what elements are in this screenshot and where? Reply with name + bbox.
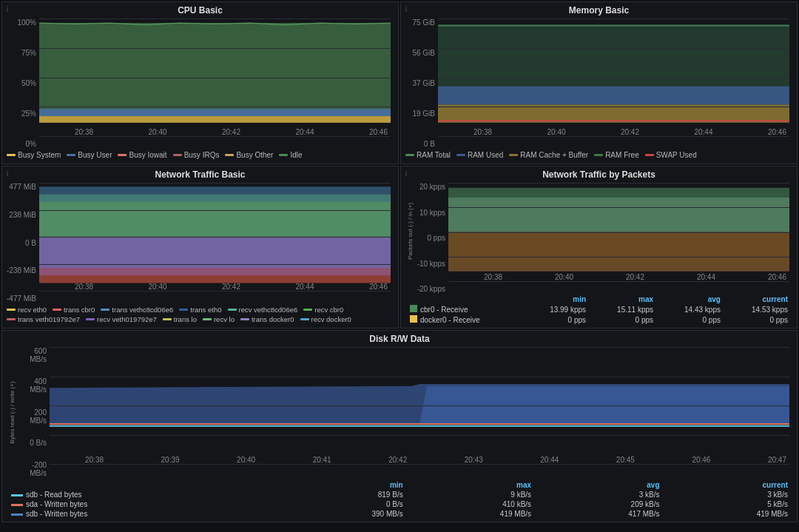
packets-xaxis: 20:38 20:40 20:42 20:44 20:46 [481,273,789,281]
memory-xaxis: 20:38 20:40 20:42 20:44 20:46 [471,128,789,136]
disk-xaxis: 20:38 20:39 20:40 20:41 20:42 20:43 20:4… [82,456,789,464]
cpu-chart-inner: 20:38 20:40 20:42 20:44 20:46 [39,18,391,136]
cpu-panel: i CPU Basic 100% 75% 50% 25% 0% [1,1,399,164]
packets-chart-inner: 20:38 20:40 20:42 20:44 20:46 [448,183,789,281]
memory-title: Memory Basic [405,5,792,16]
table-row: sdb - Written bytes 390 MB/s 419 MB/s 41… [7,509,792,519]
memory-chart: 75 GiB 56 GiB 37 GiB 19 GiB 0 B [405,17,792,149]
network-chart-inner: 20:38 20:40 20:42 20:44 20:46 [39,183,391,291]
cpu-yaxis: 100% 75% 50% 25% 0% [7,17,39,149]
network-xaxis: 20:38 20:40 20:42 20:44 20:46 [72,283,391,291]
info-icon-pkt: i [405,169,407,178]
svg-marker-4 [438,104,789,122]
memory-chart-inner: 20:38 20:40 20:42 20:44 20:46 [438,18,789,136]
memory-yaxis: 75 GiB 56 GiB 37 GiB 19 GiB 0 B [405,17,438,149]
cpu-title: CPU Basic [7,5,394,16]
network-title: Network Traffic Basic [7,169,394,180]
cpu-chart: 100% 75% 50% 25% 0% [7,17,394,149]
packets-yaxis: 20 kpps 10 kpps 0 pps -10 kpps -20 kpps [416,181,448,294]
disk-chart-inner: 20:38 20:39 20:40 20:41 20:42 20:43 20:4… [50,347,789,464]
disk-table: min max avg current sdb - Read bytes 819… [7,480,792,519]
svg-marker-5 [438,87,789,104]
network-yaxis: 477 MiB 238 MiB 0 B -238 MiB -477 MiB [7,181,39,304]
disk-content: Bytes read (-) / write (+) 600 MB/s 400 … [7,346,792,479]
svg-marker-8 [39,202,391,237]
svg-marker-16 [448,232,789,262]
packets-title: Network Traffic by Packets [405,169,792,180]
cpu-xaxis: 20:38 20:40 20:42 20:44 20:46 [72,128,391,136]
info-icon-mem: i [405,5,407,13]
packets-panel: i Network Traffic by Packets Packets out… [400,166,798,329]
disk-yaxis: 600 MB/s 400 MB/s 200 MB/s 0 B/s -200 MB… [17,346,50,479]
dashboard: i CPU Basic 100% 75% 50% 25% 0% [0,0,799,532]
table-row: docker0 - Receive 0 pps 0 pps 0 pps 0 pp… [405,314,792,325]
info-icon-net: i [7,169,8,178]
table-row: sdb - Read bytes 819 B/s 9 kB/s 3 kB/s 3… [7,490,792,499]
svg-marker-11 [39,237,391,268]
svg-marker-2 [39,116,391,123]
cpu-legend: Busy System Busy User Busy Iowait Busy I… [7,149,394,161]
network-legend: recv eth0 trans cbr0 trans vethc8cd06e6 … [7,304,394,325]
disk-panel: Disk R/W Data Bytes read (-) / write (+)… [1,330,798,522]
memory-legend: RAM Total RAM Used RAM Cache + Buffer RA… [405,149,792,161]
network-chart: 477 MiB 238 MiB 0 B -238 MiB -477 MiB [7,181,394,304]
svg-marker-14 [448,198,789,232]
packets-yaxis-label: Packets out (-) / in (+) [408,203,414,260]
network-panel: i Network Traffic Basic 477 MiB 238 MiB … [1,166,399,329]
memory-panel: i Memory Basic 75 GiB 56 GiB 37 GiB 19 G… [400,1,798,164]
table-row: sda - Written bytes 0 B/s 410 kB/s 209 k… [7,499,792,509]
svg-marker-19 [50,384,789,425]
packets-table: min max avg current cbr0 - Receive 13.99… [405,294,792,325]
svg-marker-0 [39,23,391,123]
disk-yaxis-label: Bytes read (-) / write (+) [9,381,16,443]
table-row: cbr0 - Receive 13.99 kpps 15.11 kpps 14.… [405,304,792,314]
packets-chart: Packets out (-) / in (+) 20 kpps 10 kpps… [405,181,792,294]
disk-title: Disk R/W Data [7,334,792,344]
disk-chart-area: 600 MB/s 400 MB/s 200 MB/s 0 B/s -200 MB… [17,346,792,479]
info-icon: i [7,5,8,13]
